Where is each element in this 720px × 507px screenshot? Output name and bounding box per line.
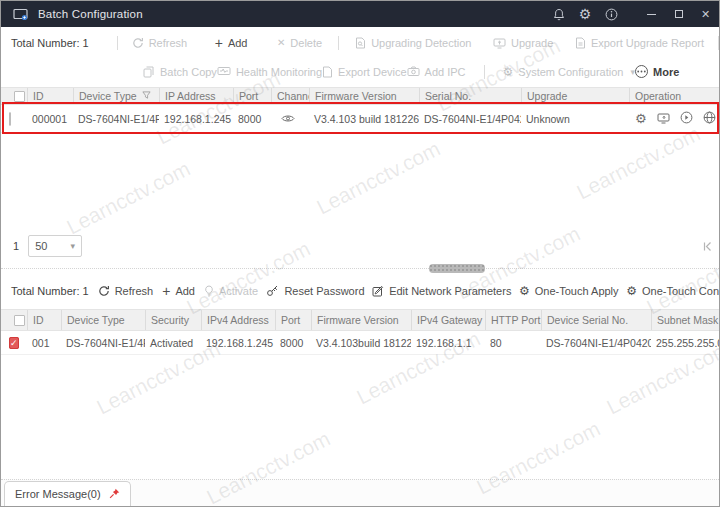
activate-button[interactable]: Activate [204,285,258,297]
add-ipc-button[interactable]: Add IPC [407,66,466,78]
cell-serial-no: DS-7604NI-E1/4P042019... [419,113,521,125]
key-reset-icon [266,285,279,297]
settings-gear-icon[interactable]: ⚙ [572,1,598,27]
window-title: Batch Configuration [38,8,143,20]
refresh-button[interactable]: Refresh [132,37,188,49]
col-upgrade[interactable]: Upgrade [521,88,629,104]
maximize-button[interactable] [665,1,692,27]
col-port[interactable]: Port [233,88,271,104]
gear-icon: ⚙ [626,285,637,297]
upper-total-number: Total Number: 1 [11,37,89,49]
pane-splitter [1,263,719,275]
health-monitoring-button[interactable]: Health Monitoring [217,66,322,78]
lower-table-row[interactable]: ✓ 001 DS-7604NI-E1/4P Activated 192.168.… [1,331,719,355]
upgrade-button[interactable]: Upgrade [493,37,553,49]
upper-pagination: 1 50 ▾ [1,229,719,263]
cell-port: 8000 [233,113,271,125]
page-size-select[interactable]: 50 ▾ [28,235,82,257]
status-bar: Error Message(0) [1,479,719,506]
export-upgrade-report-button[interactable]: Export Upgrade Report [575,37,704,49]
delete-button[interactable]: ✕ Delete [277,37,322,49]
col-device-type[interactable]: Device Type [73,88,159,104]
document-search-icon [355,37,366,49]
lightbulb-icon [204,285,214,297]
more-ellipsis-icon [635,65,648,78]
upper-table-header: ID Device Type IP Address Port Channel F… [1,87,719,105]
row-checkbox[interactable] [9,112,11,126]
one-touch-configuration-button[interactable]: ⚙ One-Touch Con [626,285,719,297]
col-security[interactable]: Security [145,310,201,330]
chevron-down-icon: ▾ [71,241,76,251]
col-port[interactable]: Port [275,310,311,330]
lower-total-number: Total Number: 1 [11,285,89,297]
info-icon[interactable] [598,1,624,27]
watermark-text: Learncctv.com [573,122,704,205]
add-button[interactable]: + Add [215,36,248,50]
pin-icon[interactable] [109,488,120,501]
lower-add-button[interactable]: + Add [162,284,195,298]
watermark-text: Learncctv.com [313,137,444,220]
monitor-up-icon [493,37,506,49]
select-all-checkbox[interactable] [14,91,25,102]
col-ip-address[interactable]: IP Address [159,88,233,104]
upper-toolbar-row1: Total Number: 1 Refresh + Add ✕ Delete U… [1,27,719,58]
edit-network-parameters-button[interactable]: Edit Network Parameters [372,285,511,297]
upper-table-row[interactable]: 000001 DS-7604NI-E1/4P 192.168.1.245 800… [1,105,719,133]
col-firmware-version[interactable]: Firmware Version [311,310,411,330]
batch-configuration-window: Batch Configuration ⚙ ✕ Total Number: 1 … [0,0,720,507]
document-export-icon [575,37,586,49]
gear-icon: ⚙ [503,66,514,78]
page-number: 1 [13,240,19,252]
play-circle-icon[interactable] [680,111,693,126]
copy-icon [143,66,155,78]
remote-config-gear-icon[interactable]: ⚙ [635,112,647,125]
error-message-tab[interactable]: Error Message(0) [4,481,131,506]
select-all-checkbox[interactable] [14,315,25,326]
operation-cell: ⚙ [629,111,719,126]
export-device-button[interactable]: Export Device [322,66,406,78]
batch-copy-button[interactable]: Batch Copy [143,66,217,78]
close-button[interactable]: ✕ [692,1,719,27]
cell-firmware-version: V3.4.103build 181226 [311,337,411,349]
delete-x-icon: ✕ [277,38,285,48]
first-page-icon[interactable] [702,241,713,252]
app-icon [13,8,28,21]
notification-bell-icon[interactable] [546,1,572,27]
one-touch-apply-button[interactable]: ⚙ One-Touch Apply [519,285,619,297]
camera-icon [407,66,420,77]
splitter-handle[interactable] [429,264,485,273]
watermark-text: Learncctv.com [63,157,194,240]
device-monitor-icon[interactable] [657,112,670,126]
minimize-button[interactable] [638,1,665,27]
col-device-serial-no[interactable]: Device Serial No. [541,310,651,330]
col-subnet-mask[interactable]: Subnet Mask [651,310,719,330]
cell-device-type: DS-7604NI-E1/4P [73,113,159,125]
col-ipv4-address[interactable]: IPv4 Address [201,310,275,330]
lower-toolbar: Total Number: 1 Refresh + Add Activate R… [1,275,719,307]
col-device-type[interactable]: Device Type [61,310,145,330]
cell-ipv4-address: 192.168.1.245 [201,337,275,349]
upgrading-detection-button[interactable]: Upgrading Detection [355,37,471,49]
filter-funnel-icon[interactable] [142,90,151,102]
lower-refresh-button[interactable]: Refresh [98,285,154,297]
more-button[interactable]: More [635,65,679,78]
refresh-icon [98,285,110,297]
cell-ip-address: 192.168.1.245 [159,113,233,125]
lower-table-header: ID Device Type Security IPv4 Address Por… [1,309,719,331]
title-bar: Batch Configuration ⚙ ✕ [1,1,719,27]
channel-eye-icon[interactable] [281,113,295,125]
col-id[interactable]: ID [27,310,61,330]
globe-icon[interactable] [703,111,716,126]
reset-password-button[interactable]: Reset Password [266,285,364,297]
cell-firmware-version: V3.4.103 build 181226 [309,113,419,125]
col-firmware-version[interactable]: Firmware Version [309,88,419,104]
cell-device-type: DS-7604NI-E1/4P [61,337,145,349]
cell-http-port: 80 [485,337,541,349]
col-serial-no[interactable]: Serial No. [419,88,521,104]
col-operation[interactable]: Operation [629,88,719,104]
col-ipv4-gateway[interactable]: IPv4 Gateway [411,310,485,330]
col-http-port[interactable]: HTTP Port [485,310,541,330]
col-id[interactable]: ID [27,88,73,104]
col-channel[interactable]: Channel [271,88,309,104]
system-configuration-button[interactable]: ⚙ System Configuration ▾ [503,66,635,78]
